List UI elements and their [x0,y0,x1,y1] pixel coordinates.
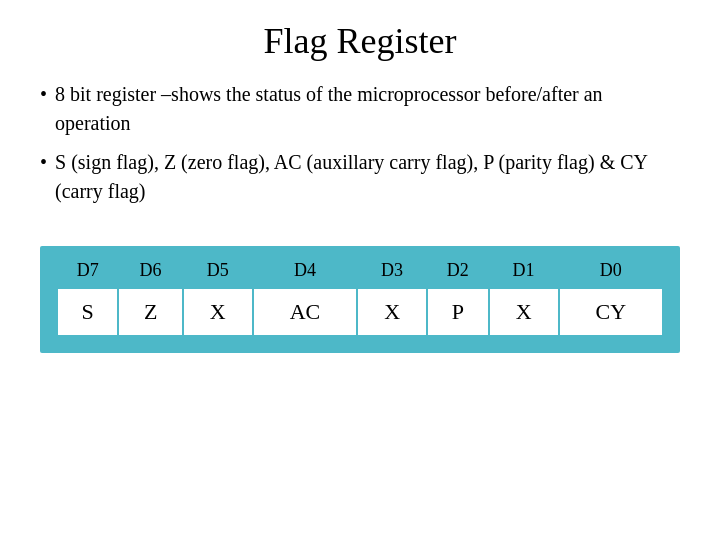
bullet-item-1: • 8 bit register –shows the status of th… [40,80,680,138]
bullet-text-2: S (sign flag), Z (zero flag), AC (auxill… [55,148,680,206]
table-header-cell: D5 [183,260,253,288]
bullet-dot-2: • [40,148,47,177]
table-header-cell: D4 [253,260,357,288]
bullet-list: • 8 bit register –shows the status of th… [40,80,680,216]
table-data-cell: X [489,288,559,336]
table-data-cell: CY [559,288,663,336]
table-header-cell: D7 [57,260,118,288]
table-data-row: SZXACXPXCY [57,288,663,336]
bullet-text-1: 8 bit register –shows the status of the … [55,80,680,138]
table-header-cell: D0 [559,260,663,288]
table-header-cell: D1 [489,260,559,288]
register-table-wrapper: D7D6D5D4D3D2D1D0 SZXACXPXCY [40,246,680,353]
table-header-cell: D3 [357,260,427,288]
table-data-cell: P [427,288,488,336]
page-title: Flag Register [264,20,457,62]
bullet-dot-1: • [40,80,47,109]
bullet-item-2: • S (sign flag), Z (zero flag), AC (auxi… [40,148,680,206]
table-header-row: D7D6D5D4D3D2D1D0 [57,260,663,288]
table-header-cell: D6 [118,260,182,288]
register-table: D7D6D5D4D3D2D1D0 SZXACXPXCY [56,260,664,337]
table-data-cell: S [57,288,118,336]
table-data-cell: X [357,288,427,336]
table-data-cell: Z [118,288,182,336]
table-data-cell: AC [253,288,357,336]
table-header-cell: D2 [427,260,488,288]
table-data-cell: X [183,288,253,336]
